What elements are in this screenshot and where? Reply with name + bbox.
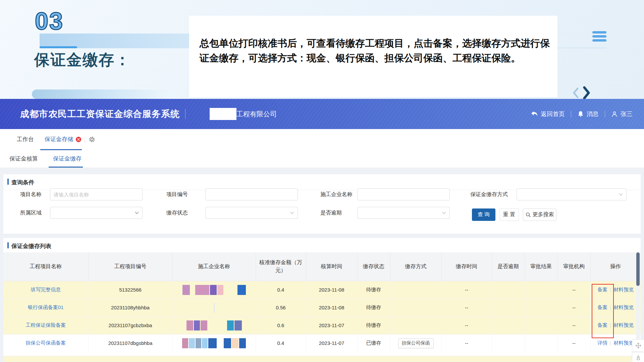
redacted-block (191, 285, 195, 295)
column-header: 是否逾期 (492, 252, 525, 281)
redacted-block (195, 285, 209, 295)
scrollbar-thumb[interactable] (636, 252, 640, 286)
back-home-button[interactable]: 返回首页 (531, 110, 565, 118)
action-link[interactable]: 备案 (597, 322, 607, 328)
decor-title-band (32, 89, 169, 99)
chevron-down-icon (619, 193, 623, 196)
actions-cell: 备案|材料预览 (590, 299, 641, 316)
column-header: 缴存状态 (357, 252, 390, 281)
redacted-block (217, 338, 223, 348)
search-icon (526, 212, 531, 217)
floating-toolbar (632, 339, 644, 362)
redacted-block (208, 320, 226, 330)
user-menu[interactable]: 张三 (611, 110, 633, 118)
project-name-link[interactable]: 工程保证保险备案 (25, 322, 66, 328)
decor-line (557, 48, 606, 48)
tab-deposit-storage[interactable]: 保证金存储 (45, 129, 81, 150)
divider: | (610, 340, 611, 346)
redacted-block (237, 285, 246, 295)
redacted-company-name (210, 108, 236, 120)
rocket-tool-button[interactable] (632, 352, 644, 362)
active-subtab-underline (49, 167, 83, 168)
column-header: 施工企业名称 (172, 252, 256, 281)
decor-underline (40, 46, 77, 48)
user-icon (611, 111, 618, 117)
table-row: 填写完整信息513225660.42023-11-08待缴存----备案|材料预… (3, 281, 641, 299)
project-name-input[interactable] (50, 188, 143, 200)
divider: | (610, 304, 611, 310)
project-name-link[interactable]: 银行保函备案01 (28, 304, 64, 310)
instruction-card: 总包单位打印核准书后，可查看待缴存工程项目，点击备案，选择缴存方式进行保证金缴存… (189, 16, 557, 97)
search-button[interactable]: 查 询 (472, 208, 495, 221)
redacted-block (196, 338, 201, 348)
action-link[interactable]: 备案 (597, 304, 607, 310)
reset-button[interactable]: 重 置 (499, 208, 519, 221)
action-link[interactable]: 材料预览 (613, 340, 634, 346)
action-link[interactable]: 材料预览 (613, 322, 634, 328)
redacted-block (186, 320, 193, 330)
deposit-method-tag: 担保公司保函 (398, 338, 434, 348)
project-name-link[interactable]: 填写完整信息 (31, 287, 61, 292)
column-header: 工程项目编号 (88, 252, 172, 281)
action-link[interactable]: 备案 (597, 287, 607, 292)
column-header: 操作 (590, 252, 641, 281)
action-link[interactable]: 材料预览 (613, 287, 634, 292)
company-name-input[interactable] (357, 188, 450, 200)
column-header: 核算时间 (306, 252, 357, 281)
actions-cell: 备案|材料预览 (590, 316, 641, 334)
divider (571, 111, 571, 117)
move-tool-button[interactable] (632, 339, 644, 352)
settings-gear-icon[interactable] (89, 136, 95, 144)
field-label-company-name: 施工企业名称 (320, 188, 353, 200)
move-icon (635, 343, 641, 349)
menu-icon[interactable] (592, 31, 606, 42)
messages-button[interactable]: 消息 (577, 110, 599, 118)
table-row: 担保公司保函备案20231107dbgsbhba0.42023-11-07已缴存… (3, 334, 641, 352)
company-redacted-cell (172, 281, 256, 299)
company-redacted-cell (172, 334, 256, 352)
instruction-text: 总包单位打印核准书后，可查看待缴存工程项目，点击备案，选择缴存方式进行保证金缴存… (189, 16, 557, 65)
query-section-title: 查询条件 (3, 174, 641, 190)
redacted-block (217, 285, 223, 295)
redacted-block (210, 285, 217, 295)
redacted-block (214, 303, 215, 313)
company-redacted-cell (172, 299, 256, 316)
step-title: 保证金缴存： (34, 50, 131, 70)
deposit-table: 工程项目名称工程项目编号施工企业名称核准缴存金额（万元）核算时间缴存状态缴存方式… (3, 252, 641, 352)
tab-workbench[interactable]: 工作台 (17, 129, 34, 150)
redacted-block (224, 338, 231, 348)
field-label-deposit-method: 保证金缴存方式 (470, 188, 508, 200)
next-arrow-icon[interactable] (581, 86, 591, 100)
redacted-block (234, 320, 242, 330)
tab-bar: 工作台 保证金存储 (0, 129, 644, 150)
redacted-block (224, 285, 237, 295)
close-tab-icon[interactable] (76, 137, 81, 142)
action-link[interactable]: 材料预览 (613, 304, 634, 310)
back-arrow-icon (531, 111, 538, 117)
divider (185, 109, 185, 119)
action-link[interactable]: 详情 (597, 340, 607, 346)
table-row: 银行保函备案0120231108yhbhba0.562023-11-08待缴存-… (3, 299, 641, 316)
query-panel: 查询条件 项目名称 项目编号 施工企业名称 保证金缴存方式 所属区域 (3, 174, 641, 234)
column-header: 缴存方式 (390, 252, 441, 281)
column-header: 核准缴存金额（万元） (256, 252, 306, 281)
redacted-block (227, 320, 234, 330)
deposit-list-panel: 保证金缴存列表 工程项目名称工程项目编号施工企业名称核准缴存金额（万元）核算时间… (3, 238, 641, 362)
redacted-block (182, 285, 190, 295)
subtab-bar: 保证金核算 保证金缴存 (0, 150, 644, 168)
subtab-deposit-payment[interactable]: 保证金缴存 (53, 150, 82, 167)
subtab-deposit-accounting[interactable]: 保证金核算 (9, 150, 38, 167)
redacted-block (194, 320, 200, 330)
project-code-input[interactable] (205, 188, 298, 200)
project-name-link[interactable]: 担保公司保函备案 (25, 340, 66, 346)
tutorial-hero: 03 保证金缴存： 总包单位打印核准书后，可查看待缴存工程项目，点击备案，选择缴… (0, 0, 644, 99)
more-search-button[interactable]: 更多搜索 (523, 208, 556, 221)
redacted-block (208, 338, 217, 348)
app-header: 成都市农民工工资保证金综合服务系统 工程有限公司 返回首页 消息 (0, 99, 644, 129)
bell-icon (577, 111, 584, 117)
deposit-method-select[interactable] (517, 188, 627, 200)
company-name-suffix: 工程有限公司 (236, 110, 277, 119)
system-title: 成都市农民工工资保证金综合服务系统 (20, 108, 180, 120)
prev-arrow-icon[interactable] (571, 86, 580, 99)
column-header: 审批结果 (525, 252, 557, 281)
